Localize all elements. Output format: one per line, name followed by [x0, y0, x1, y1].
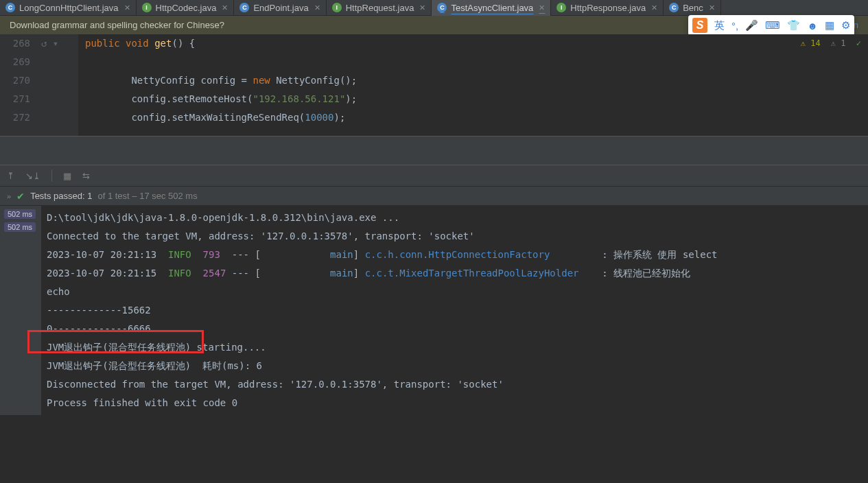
- code-token: () {: [172, 38, 195, 49]
- tab-label: HttpRequest.java: [346, 3, 414, 13]
- export-icon[interactable]: ⤒: [7, 171, 14, 181]
- code-editor[interactable]: 268269270271272 ↺ ▾ public void get() { …: [0, 34, 868, 136]
- console-line: Process finished with exit code 0: [47, 394, 863, 412]
- test-status-bar: » ✔ Tests passed: 1 of 1 test – 17 sec 5…: [0, 187, 868, 206]
- console-line: D:\tool\jdk\jdk\java-1.8.0-openjdk-1.8.0…: [47, 209, 863, 227]
- editor-warnings[interactable]: ⚠ 14 ⚠ 1 ✓: [801, 38, 861, 48]
- panel-divider[interactable]: [0, 136, 868, 165]
- ime-face-icon[interactable]: ☻: [807, 20, 818, 32]
- tab-label: Benc: [683, 3, 703, 13]
- check-icon: ✔: [16, 191, 25, 202]
- tab-label: HttpCodec.java: [156, 3, 217, 13]
- tests-passed-text: Tests passed: 1: [30, 191, 92, 201]
- close-icon[interactable]: ✕: [314, 3, 320, 12]
- editor-tab[interactable]: CTestAsyncClient.java✕: [432, 0, 551, 16]
- ime-shirt-icon[interactable]: 👕: [787, 19, 800, 32]
- line-number: 268: [0, 34, 30, 53]
- banner-text: Download grammar and spelling checker fo…: [10, 20, 224, 30]
- code-token: );: [333, 112, 345, 123]
- file-type-icon: I: [556, 3, 566, 12]
- line-number: 272: [0, 108, 30, 127]
- file-type-icon: C: [5, 3, 15, 12]
- file-type-icon: C: [437, 3, 447, 12]
- editor-tab[interactable]: CEndPoint.java✕: [234, 0, 326, 16]
- code-token: config.setRemoteHost(: [131, 93, 253, 104]
- console-line: JVM退出钩子(混合型任务线程池) 耗时(ms): 6: [47, 357, 863, 375]
- line-number: 271: [0, 90, 30, 108]
- close-icon[interactable]: ✕: [124, 3, 130, 12]
- ime-comma-icon[interactable]: °,: [731, 20, 738, 32]
- console-line: Disconnected from the target VM, address…: [47, 375, 863, 394]
- table-icon[interactable]: ▦: [63, 171, 71, 181]
- editor-tab[interactable]: IHttpResponse.java✕: [551, 0, 664, 16]
- console-line: -------------15662: [47, 301, 863, 320]
- console-line: 2023-10-07 20:21:13 INFO 793 --- [ main]…: [47, 246, 863, 264]
- editor-tab[interactable]: IHttpCodec.java✕: [137, 0, 235, 16]
- tab-label: EndPoint.java: [253, 3, 308, 13]
- code-token: public void: [85, 38, 154, 49]
- ime-toolbar[interactable]: S 英 °, 🎤 ⌨ 👕 ☻ ▦ ⚙: [688, 15, 854, 36]
- console-line: echo: [47, 283, 863, 301]
- close-icon[interactable]: ✕: [709, 3, 715, 12]
- console-line: Connected to the target VM, address: '12…: [47, 227, 863, 246]
- settings-icon[interactable]: ⇆: [82, 171, 90, 181]
- console-output[interactable]: D:\tool\jdk\jdk\java-1.8.0-openjdk-1.8.0…: [41, 206, 868, 415]
- code-token: config.setMaxWaitingReSendReq(: [131, 112, 305, 123]
- code-line: [85, 53, 868, 71]
- code-token: get: [154, 38, 172, 49]
- tab-label: TestAsyncClient.java: [451, 3, 533, 13]
- close-icon[interactable]: ✕: [651, 3, 657, 12]
- import-icon[interactable]: ↘⤓: [25, 171, 40, 181]
- tab-label: LongConnHttpClient.java: [19, 3, 119, 13]
- code-token: );: [345, 93, 357, 104]
- tab-label: HttpResponse.java: [570, 3, 646, 13]
- code-token: "192.168.56.121": [253, 93, 345, 104]
- console-line: 2023-10-07 20:21:15 INFO 2547 --- [ main…: [47, 264, 863, 283]
- console-line: 0-------------6666: [47, 320, 863, 338]
- file-type-icon: C: [669, 3, 679, 12]
- editor-tab-bar: CLongConnHttpClient.java✕IHttpCodec.java…: [0, 0, 868, 16]
- file-type-icon: I: [332, 3, 342, 12]
- gutter-icons: ↺ ▾: [37, 34, 78, 136]
- tests-summary-text: of 1 test – 17 sec 502 ms: [97, 191, 197, 201]
- sogou-icon: S: [692, 18, 707, 33]
- line-number: 269: [0, 53, 30, 71]
- line-number-gutter: 268269270271272: [0, 34, 37, 136]
- expand-icon[interactable]: »: [7, 192, 11, 200]
- run-toolbar: ⤒ ↘⤓ ▦ ⇆: [0, 165, 868, 187]
- close-icon[interactable]: ✕: [419, 3, 425, 12]
- warning-count: 14: [810, 38, 820, 48]
- editor-tab[interactable]: IHttpRequest.java✕: [327, 0, 432, 16]
- time-badge: 502 ms: [4, 209, 36, 219]
- ime-mic-icon[interactable]: 🎤: [745, 19, 758, 32]
- code-token: NettyConfig config =: [131, 75, 253, 86]
- close-icon[interactable]: ✕: [222, 3, 228, 12]
- time-column: 502 ms502 ms: [0, 206, 41, 415]
- ime-keyboard-icon[interactable]: ⌨: [765, 19, 780, 32]
- weak-warning-count: 1: [841, 38, 845, 48]
- time-badge: 502 ms: [4, 222, 36, 232]
- ime-lang-label[interactable]: 英: [714, 19, 725, 32]
- file-type-icon: I: [142, 3, 152, 12]
- code-token: new: [253, 75, 276, 86]
- code-token: NettyConfig();: [276, 75, 357, 86]
- line-number: 270: [0, 71, 30, 90]
- console-line: JVM退出钩子(混合型任务线程池) starting....: [47, 338, 863, 357]
- ime-gear-icon[interactable]: ⚙: [841, 19, 850, 32]
- console-panel: 502 ms502 ms D:\tool\jdk\jdk\java-1.8.0-…: [0, 206, 868, 415]
- editor-tab[interactable]: CBenc✕: [664, 0, 721, 16]
- file-type-icon: C: [239, 3, 249, 12]
- code-token: 10000: [305, 112, 333, 123]
- run-gutter-icon[interactable]: ↺ ▾: [37, 34, 78, 53]
- close-icon[interactable]: ✕: [539, 3, 545, 12]
- editor-tab[interactable]: CLongConnHttpClient.java✕: [0, 0, 137, 16]
- code-area[interactable]: public void get() { NettyConfig config =…: [78, 34, 868, 136]
- ime-grid-icon[interactable]: ▦: [825, 19, 834, 32]
